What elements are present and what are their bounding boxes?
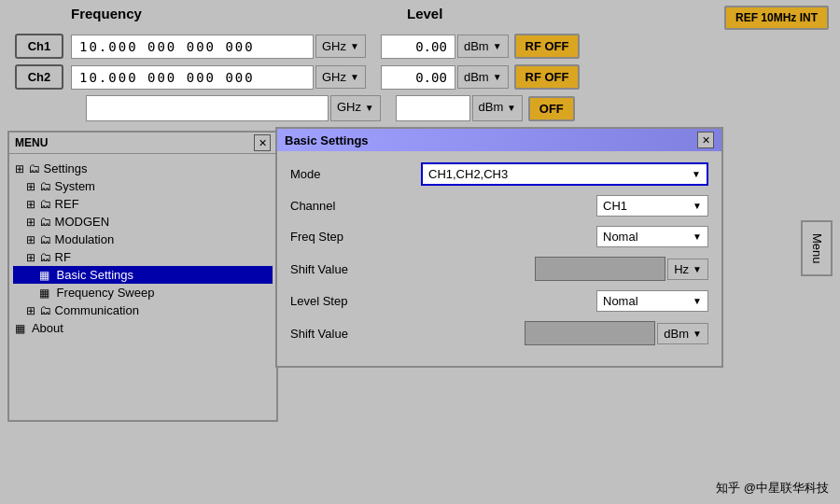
menu-side-button[interactable]: Menu bbox=[801, 220, 833, 276]
freq-step-dropdown-arrow: ▼ bbox=[693, 231, 702, 242]
ch1-freq-input[interactable]: 10.000 000 000 000 bbox=[71, 35, 314, 59]
menu-item-basic-settings[interactable]: ▦ Basic Settings bbox=[13, 266, 273, 284]
menu-close-button[interactable]: ✕ bbox=[254, 134, 271, 151]
menu-item-modulation[interactable]: ⊞ 🗂 Modulation bbox=[13, 231, 273, 248]
ch2-level-arrow: ▼ bbox=[493, 72, 502, 82]
menu-item-ref[interactable]: ⊞ 🗂 REF bbox=[13, 195, 273, 213]
level-step-row: Level Step Nomal ▼ bbox=[290, 290, 708, 312]
ch1-level-arrow: ▼ bbox=[493, 41, 502, 51]
ch2-level-unit-select[interactable]: dBm ▼ bbox=[457, 65, 509, 89]
menu-item-modgen[interactable]: ⊞ 🗂 MODGEN bbox=[13, 213, 273, 231]
dialog-title-bar: Basic Settings ✕ bbox=[277, 129, 721, 151]
freq-step-select[interactable]: Nomal ▼ bbox=[596, 226, 708, 247]
level-step-select[interactable]: Nomal ▼ bbox=[596, 290, 708, 312]
shift-value-dbm-unit-select[interactable]: dBm ▼ bbox=[657, 323, 708, 344]
menu-panel: MENU ✕ ⊞ 🗂 Settings ⊞ 🗂 System ⊞ 🗂 REF ⊞ bbox=[7, 131, 278, 422]
menu-item-settings[interactable]: ⊞ 🗂 Settings bbox=[13, 160, 273, 177]
ch2-freq-input[interactable]: 10.000 000 000 000 bbox=[71, 65, 314, 90]
menu-item-rf[interactable]: ⊞ 🗂 RF bbox=[13, 248, 273, 266]
shift-value-hz-unit-select[interactable]: Hz ▼ bbox=[667, 259, 708, 280]
level-step-dropdown-arrow: ▼ bbox=[693, 296, 702, 306]
freq-step-label: Freq Step bbox=[290, 230, 421, 244]
shift-value-dbm-row: Shift Value dBm ▼ bbox=[290, 321, 708, 345]
mode-row: Mode CH1,CH2,CH3 ▼ bbox=[290, 162, 708, 186]
rf-expand-icon: ⊞ bbox=[26, 251, 35, 264]
shift-value-hz-input[interactable] bbox=[535, 257, 665, 281]
mode-select[interactable]: CH1,CH2,CH3 ▼ bbox=[421, 162, 708, 186]
freq-sweep-icon: ▦ bbox=[39, 287, 49, 300]
ch2-level-input[interactable]: 0.00 bbox=[381, 65, 455, 90]
mode-label: Mode bbox=[290, 167, 421, 181]
ch1-button[interactable]: Ch1 bbox=[15, 34, 63, 59]
dialog-close-button[interactable]: ✕ bbox=[697, 132, 714, 148]
ch2-freq-arrow: ▼ bbox=[350, 72, 359, 82]
shift-hz-arrow: ▼ bbox=[693, 264, 702, 274]
shift-value-dbm-input[interactable] bbox=[525, 321, 655, 345]
ch2-freq-unit-select[interactable]: GHz ▼ bbox=[315, 65, 366, 89]
menu-item-system[interactable]: ⊞ 🗂 System bbox=[13, 177, 273, 195]
ch1-level-unit-select[interactable]: dBm ▼ bbox=[457, 35, 509, 58]
menu-item-communication[interactable]: ⊞ 🗂 Communication bbox=[13, 301, 273, 319]
freq-step-row: Freq Step Nomal ▼ bbox=[290, 226, 708, 247]
shift-value-dbm-label: Shift Value bbox=[290, 327, 421, 341]
shift-value-hz-label: Shift Value bbox=[290, 262, 421, 276]
ch1-rf-button[interactable]: RF OFF bbox=[514, 34, 581, 59]
ch1-freq-arrow: ▼ bbox=[350, 41, 359, 51]
system-expand-icon: ⊞ bbox=[26, 180, 35, 193]
basic-settings-dialog: Basic Settings ✕ Mode CH1,CH2,CH3 ▼ Chan… bbox=[275, 127, 723, 368]
dialog-title: Basic Settings bbox=[285, 133, 369, 147]
modulation-expand-icon: ⊞ bbox=[26, 233, 35, 246]
about-icon: ▦ bbox=[15, 322, 25, 335]
shift-dbm-arrow: ▼ bbox=[693, 329, 702, 339]
level-step-label: Level Step bbox=[290, 294, 421, 308]
ch2-rf-button[interactable]: RF OFF bbox=[514, 64, 581, 90]
frequency-header-label: Frequency bbox=[71, 6, 388, 30]
shift-value-hz-row: Shift Value Hz ▼ bbox=[290, 257, 708, 281]
ch1-freq-unit-select[interactable]: GHz ▼ bbox=[315, 35, 366, 58]
channel-label: Channel bbox=[290, 199, 421, 213]
watermark: 知乎 @中星联华科技 bbox=[716, 480, 829, 497]
basic-settings-icon: ▦ bbox=[39, 269, 49, 282]
menu-title-bar: MENU ✕ bbox=[9, 133, 276, 154]
communication-expand-icon: ⊞ bbox=[26, 304, 35, 317]
ref-expand-icon: ⊞ bbox=[26, 198, 35, 211]
channel-select[interactable]: CH1 ▼ bbox=[596, 195, 708, 217]
ch3-rf-button[interactable]: OFF bbox=[528, 96, 575, 121]
menu-item-frequency-sweep[interactable]: ▦ Frequency Sweep bbox=[13, 284, 273, 301]
menu-item-about[interactable]: ▦ About bbox=[13, 319, 273, 337]
ch2-button[interactable]: Ch2 bbox=[15, 64, 63, 90]
channel-row: Channel CH1 ▼ bbox=[290, 195, 708, 217]
ch1-level-input[interactable]: 0.00 bbox=[381, 35, 455, 59]
menu-tree: ⊞ 🗂 Settings ⊞ 🗂 System ⊞ 🗂 REF ⊞ 🗂 MODG… bbox=[9, 154, 276, 343]
modgen-expand-icon: ⊞ bbox=[26, 216, 35, 229]
ref-button[interactable]: REF 10MHz INT bbox=[724, 6, 829, 30]
channel-dropdown-arrow: ▼ bbox=[693, 201, 702, 211]
menu-title: MENU bbox=[15, 136, 48, 149]
level-header-label: Level bbox=[407, 6, 538, 30]
mode-dropdown-arrow: ▼ bbox=[692, 169, 701, 179]
settings-expand-icon: ⊞ bbox=[15, 162, 24, 175]
